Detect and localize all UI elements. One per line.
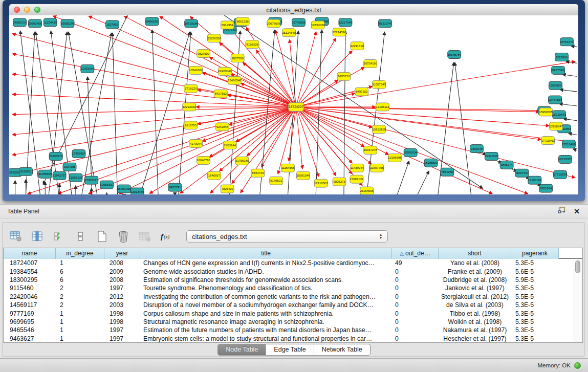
- graph-node-12108847[interactable]: 12108847: [549, 122, 563, 130]
- graph-edge[interactable]: [289, 107, 296, 161]
- graph-edge[interactable]: [13, 54, 296, 107]
- cell-name[interactable]: 19384554: [4, 268, 56, 275]
- column-header-short[interactable]: short: [439, 248, 511, 259]
- table-row[interactable]: 911546021997Tourette syndrome. Phenomeno…: [4, 284, 574, 292]
- graph-node-21154596[interactable]: 21154596: [360, 187, 374, 194]
- cell-in_degree[interactable]: 6: [56, 268, 104, 275]
- graph-node-16648784[interactable]: 16648784: [447, 51, 461, 59]
- graph-node-9146821[interactable]: 9146821: [270, 177, 283, 185]
- graph-node-12214590[interactable]: 12214590: [333, 28, 346, 36]
- graph-edge[interactable]: [559, 104, 577, 106]
- graph-edge[interactable]: [13, 107, 296, 115]
- cell-year[interactable]: 2003: [104, 301, 140, 309]
- graph-node-12923446[interactable]: 12923446: [130, 188, 144, 194]
- table-row[interactable]: 1938455462009Genome-wide association stu…: [4, 267, 574, 275]
- graph-node-10393039[interactable]: 10393039: [311, 21, 325, 29]
- cell-title[interactable]: Changes of HCN gene expression and I(f) …: [140, 259, 392, 267]
- cell-out_degree[interactable]: 0: [392, 335, 439, 342]
- cell-short[interactable]: Stergiakouli et al. (2012): [439, 293, 511, 300]
- table-row[interactable]: 946362711997Embryonic stem cells: a mode…: [4, 335, 574, 342]
- cell-title[interactable]: Embryonic stem cells: a model to study s…: [140, 335, 392, 342]
- close-window-icon[interactable]: [14, 7, 20, 13]
- cell-short[interactable]: Yano et al. (2008): [439, 259, 511, 267]
- graph-node-19743938[interactable]: 19743938: [292, 18, 306, 27]
- cell-name[interactable]: 9463627: [4, 335, 56, 342]
- graph-node-12106114[interactable]: 12106114: [376, 103, 389, 111]
- cell-title[interactable]: Structural magnetic resonance image aver…: [140, 318, 392, 325]
- tab-edge-table[interactable]: Edge Table: [266, 344, 313, 355]
- cell-year[interactable]: 2012: [104, 293, 140, 300]
- cell-short[interactable]: Franke et al. (2009): [439, 268, 511, 275]
- cell-out_degree[interactable]: 0: [392, 318, 439, 325]
- graph-edge[interactable]: [562, 75, 577, 77]
- graph-node-9827508[interactable]: 9827508: [231, 54, 244, 62]
- cell-pagerank[interactable]: 5.3E-5: [511, 310, 559, 317]
- column-checklist-icon[interactable]: [52, 230, 66, 243]
- cell-short[interactable]: Nakamura et al. (1997): [439, 326, 511, 334]
- graph-node-10655297[interactable]: 10655297: [61, 19, 75, 28]
- graph-node-18185500[interactable]: 18185500: [424, 159, 438, 167]
- cell-year[interactable]: 1997: [104, 285, 140, 292]
- cell-out_degree[interactable]: 0: [392, 276, 439, 283]
- graph-edge[interactable]: [573, 149, 577, 150]
- graph-node-1640937[interactable]: 1640937: [207, 171, 221, 180]
- cell-short[interactable]: de Silva et al. (2003): [439, 301, 511, 309]
- graph-edge[interactable]: [563, 119, 577, 121]
- scrollbar-thumb[interactable]: [575, 260, 580, 273]
- cell-in_degree[interactable]: 1: [56, 335, 104, 342]
- graph-edge[interactable]: [290, 40, 296, 107]
- graph-edge[interactable]: [13, 107, 296, 175]
- graph-node-17710463[interactable]: 17710463: [541, 137, 555, 145]
- table-row[interactable]: 946554611997Estimation of the future num…: [4, 326, 574, 334]
- graph-node-9457791[interactable]: 9457791: [168, 183, 182, 191]
- graph-node-10958167[interactable]: 10958167: [100, 181, 114, 189]
- graph-edge[interactable]: [82, 33, 112, 194]
- cell-name[interactable]: 9777169: [4, 310, 56, 317]
- graph-edge[interactable]: [140, 32, 190, 194]
- graph-edge[interactable]: [560, 90, 577, 92]
- graph-node-12942757[interactable]: 12942757: [53, 171, 67, 180]
- table-vertical-scrollbar[interactable]: [574, 259, 582, 342]
- graph-node-8131074[interactable]: 8131074: [379, 19, 392, 28]
- graph-edge[interactable]: [296, 93, 355, 107]
- graph-node-15958765[interactable]: 15958765: [539, 108, 553, 116]
- cell-year[interactable]: 2008: [104, 259, 140, 267]
- graph-node-17957223[interactable]: 17957223: [85, 176, 99, 184]
- cell-year[interactable]: 2008: [104, 276, 140, 283]
- cell-title[interactable]: Genome-wide association studies in ADHD.: [140, 268, 392, 275]
- float-panel-icon[interactable]: [558, 207, 565, 216]
- cell-name[interactable]: 9699695: [4, 318, 56, 325]
- graph-node-29676608[interactable]: 29676608: [267, 19, 280, 28]
- graph-edge[interactable]: [89, 107, 296, 193]
- graph-node-16210643[interactable]: 16210643: [552, 111, 566, 119]
- graph-node-1810755[interactable]: 1810755: [184, 121, 198, 129]
- graph-node-8497252[interactable]: 8497252: [355, 87, 368, 96]
- cell-out_degree[interactable]: 0: [392, 301, 439, 309]
- delete-column-icon[interactable]: [117, 230, 130, 243]
- graph-node-10391546[interactable]: 10391546: [296, 171, 310, 180]
- graph-edge[interactable]: [296, 61, 575, 107]
- graph-node-16157278[interactable]: 16157278: [363, 146, 377, 155]
- graph-node-2718120[interactable]: 2718120: [184, 84, 198, 93]
- graph-node-7825402[interactable]: 7825402: [221, 185, 234, 193]
- graph-node-23226058[interactable]: 23226058: [207, 34, 221, 42]
- graph-node-15950004[interactable]: 15950004: [404, 149, 418, 157]
- column-header-pagerank[interactable]: pagerank: [511, 248, 559, 259]
- graph-node-12210355[interactable]: 12210355: [558, 155, 572, 163]
- column-header-title[interactable]: title: [140, 248, 392, 259]
- graph-node-10913109[interactable]: 10913109: [372, 125, 386, 134]
- cell-name[interactable]: 18300295: [4, 276, 56, 283]
- row-pair-icon[interactable]: [74, 230, 87, 243]
- table-row[interactable]: 1830029562008Estimation of significance …: [4, 276, 574, 284]
- cell-short[interactable]: Dudbridge et al. (2008): [439, 276, 511, 283]
- cell-in_degree[interactable]: 1: [56, 310, 104, 317]
- graph-node-9242848[interactable]: 9242848: [215, 123, 229, 131]
- graph-node-15124549[interactable]: 15124549: [282, 29, 296, 37]
- cell-short[interactable]: Hescheler et al. (1997): [439, 335, 511, 342]
- cell-pagerank[interactable]: 5.3E-5: [511, 285, 559, 292]
- graph-node-8427552[interactable]: 8427552: [214, 90, 227, 98]
- graph-node-9329966[interactable]: 9329966: [555, 53, 569, 61]
- graph-node-15887139[interactable]: 15887139: [350, 175, 364, 183]
- cell-in_degree[interactable]: 2: [56, 285, 104, 292]
- cell-title[interactable]: Corpus callosum shape and size in male p…: [140, 310, 392, 317]
